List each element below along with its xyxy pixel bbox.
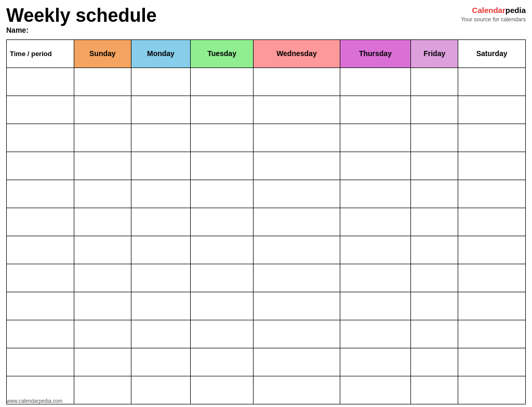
day-cell[interactable] xyxy=(191,96,254,124)
day-cell[interactable] xyxy=(458,348,526,376)
day-cell[interactable] xyxy=(131,236,191,264)
day-cell[interactable] xyxy=(131,208,191,236)
day-cell[interactable] xyxy=(458,236,526,264)
day-cell[interactable] xyxy=(253,264,340,292)
day-cell[interactable] xyxy=(340,292,410,320)
time-cell[interactable] xyxy=(7,320,74,348)
day-cell[interactable] xyxy=(191,264,254,292)
day-cell[interactable] xyxy=(191,348,254,376)
day-cell[interactable] xyxy=(74,96,131,124)
day-cell[interactable] xyxy=(410,180,458,208)
day-cell[interactable] xyxy=(131,376,191,404)
day-cell[interactable] xyxy=(340,124,410,152)
day-cell[interactable] xyxy=(340,264,410,292)
day-cell[interactable] xyxy=(191,292,254,320)
day-cell[interactable] xyxy=(131,292,191,320)
day-cell[interactable] xyxy=(410,376,458,404)
day-cell[interactable] xyxy=(253,124,340,152)
day-cell[interactable] xyxy=(253,348,340,376)
time-cell[interactable] xyxy=(7,264,74,292)
day-cell[interactable] xyxy=(458,264,526,292)
day-cell[interactable] xyxy=(74,67,131,96)
day-cell[interactable] xyxy=(253,96,340,124)
day-cell[interactable] xyxy=(131,96,191,124)
day-cell[interactable] xyxy=(410,292,458,320)
time-cell[interactable] xyxy=(7,96,74,124)
day-cell[interactable] xyxy=(458,320,526,348)
day-cell[interactable] xyxy=(340,67,410,96)
day-cell[interactable] xyxy=(410,96,458,124)
day-cell[interactable] xyxy=(191,152,254,180)
day-cell[interactable] xyxy=(410,320,458,348)
day-cell[interactable] xyxy=(74,124,131,152)
day-cell[interactable] xyxy=(131,348,191,376)
day-cell[interactable] xyxy=(74,208,131,236)
day-cell[interactable] xyxy=(458,376,526,404)
day-cell[interactable] xyxy=(131,152,191,180)
day-cell[interactable] xyxy=(410,348,458,376)
time-cell[interactable] xyxy=(7,236,74,264)
day-cell[interactable] xyxy=(253,376,340,404)
day-cell[interactable] xyxy=(253,152,340,180)
day-cell[interactable] xyxy=(340,180,410,208)
time-cell[interactable] xyxy=(7,67,74,96)
day-cell[interactable] xyxy=(131,264,191,292)
day-cell[interactable] xyxy=(191,124,254,152)
day-cell[interactable] xyxy=(410,124,458,152)
day-cell[interactable] xyxy=(131,180,191,208)
header: Weekly schedule Name: Calendarpedia Your… xyxy=(6,5,526,37)
day-cell[interactable] xyxy=(458,96,526,124)
day-cell[interactable] xyxy=(458,67,526,96)
col-header-wednesday: Wednesday xyxy=(253,39,340,67)
day-cell[interactable] xyxy=(74,152,131,180)
day-cell[interactable] xyxy=(131,124,191,152)
day-cell[interactable] xyxy=(253,320,340,348)
time-cell[interactable] xyxy=(7,208,74,236)
day-cell[interactable] xyxy=(74,180,131,208)
day-cell[interactable] xyxy=(191,376,254,404)
day-cell[interactable] xyxy=(191,236,254,264)
day-cell[interactable] xyxy=(253,236,340,264)
col-header-sunday: Sunday xyxy=(74,39,131,67)
day-cell[interactable] xyxy=(340,320,410,348)
day-cell[interactable] xyxy=(340,376,410,404)
day-cell[interactable] xyxy=(410,236,458,264)
day-cell[interactable] xyxy=(458,152,526,180)
day-cell[interactable] xyxy=(74,320,131,348)
day-cell[interactable] xyxy=(340,236,410,264)
day-cell[interactable] xyxy=(74,264,131,292)
day-cell[interactable] xyxy=(410,67,458,96)
time-cell[interactable] xyxy=(7,348,74,376)
day-cell[interactable] xyxy=(253,67,340,96)
table-row xyxy=(7,124,526,152)
day-cell[interactable] xyxy=(253,292,340,320)
day-cell[interactable] xyxy=(191,180,254,208)
day-cell[interactable] xyxy=(458,180,526,208)
time-cell[interactable] xyxy=(7,180,74,208)
day-cell[interactable] xyxy=(340,152,410,180)
day-cell[interactable] xyxy=(191,320,254,348)
day-cell[interactable] xyxy=(74,348,131,376)
time-cell[interactable] xyxy=(7,152,74,180)
day-cell[interactable] xyxy=(458,292,526,320)
day-cell[interactable] xyxy=(253,208,340,236)
day-cell[interactable] xyxy=(131,320,191,348)
day-cell[interactable] xyxy=(458,208,526,236)
time-cell[interactable] xyxy=(7,124,74,152)
col-header-saturday: Saturday xyxy=(458,39,526,67)
day-cell[interactable] xyxy=(131,67,191,96)
day-cell[interactable] xyxy=(340,96,410,124)
day-cell[interactable] xyxy=(340,348,410,376)
day-cell[interactable] xyxy=(410,208,458,236)
time-cell[interactable] xyxy=(7,292,74,320)
day-cell[interactable] xyxy=(191,67,254,96)
day-cell[interactable] xyxy=(410,264,458,292)
day-cell[interactable] xyxy=(410,152,458,180)
day-cell[interactable] xyxy=(340,208,410,236)
day-cell[interactable] xyxy=(74,376,131,404)
day-cell[interactable] xyxy=(458,124,526,152)
day-cell[interactable] xyxy=(74,236,131,264)
day-cell[interactable] xyxy=(74,292,131,320)
day-cell[interactable] xyxy=(253,180,340,208)
day-cell[interactable] xyxy=(191,208,254,236)
